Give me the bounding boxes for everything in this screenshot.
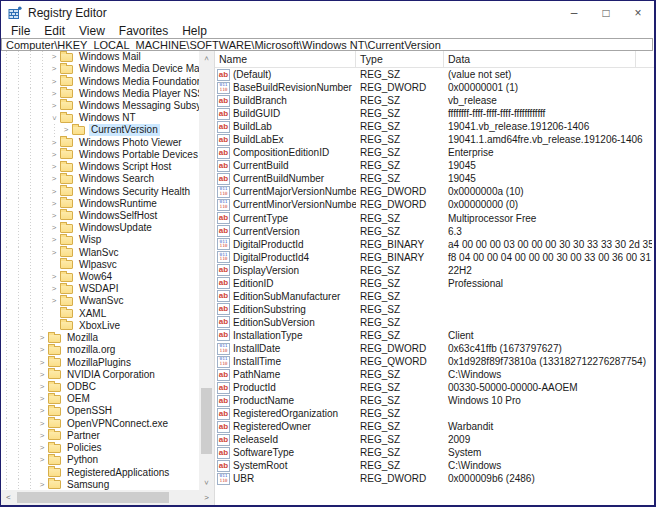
- tree-item-policies[interactable]: >Policies: [1, 442, 199, 454]
- tree-item-wow64[interactable]: >Wow64: [1, 271, 199, 283]
- horizontal-scrollbar-thumb[interactable]: [17, 492, 169, 503]
- tree-item-wisp[interactable]: >Wisp: [1, 234, 199, 246]
- scroll-down-icon[interactable]: >: [199, 475, 214, 490]
- menu-edit[interactable]: Edit: [37, 24, 72, 38]
- chevron-collapsed-icon[interactable]: >: [37, 371, 47, 379]
- registry-value-row[interactable]: abCompositionEditionIDREG_SZEnterprise: [215, 146, 654, 159]
- registry-value-row[interactable]: abEditionSubVersionREG_SZ: [215, 316, 654, 329]
- registry-value-row[interactable]: abCurrentVersionREG_SZ6.3: [215, 225, 654, 238]
- column-header-data[interactable]: Data: [444, 51, 636, 67]
- tree-item-windows-mail[interactable]: >Windows Mail: [1, 51, 199, 63]
- tree-item-wsdapi[interactable]: >WSDAPI: [1, 283, 199, 295]
- tree-item-nvidia-corporation[interactable]: >NVIDIA Corporation: [1, 369, 199, 381]
- column-header-name[interactable]: Name: [215, 51, 356, 67]
- tree-item-windows-media-foundation[interactable]: >Windows Media Foundation: [1, 75, 199, 87]
- chevron-collapsed-icon[interactable]: >: [37, 346, 47, 354]
- tree-item-oem[interactable]: >OEM: [1, 393, 199, 405]
- tree-item-xaml[interactable]: XAML: [1, 308, 199, 320]
- registry-value-row[interactable]: abProductIdREG_SZ00330-50000-00000-AAOEM: [215, 381, 654, 394]
- registry-value-row[interactable]: abInstallationTypeREG_SZClient: [215, 329, 654, 342]
- tree-item-mozillaplugins[interactable]: >MozillaPlugins: [1, 356, 199, 368]
- tree-vertical-scrollbar[interactable]: > >: [199, 51, 214, 490]
- chevron-collapsed-icon[interactable]: >: [49, 139, 59, 147]
- chevron-collapsed-icon[interactable]: >: [37, 481, 47, 489]
- registry-value-row[interactable]: 011110InstallDateREG_DWORD0x63c41ffb (16…: [215, 342, 654, 355]
- tree-item-mozilla[interactable]: >Mozilla: [1, 332, 199, 344]
- chevron-collapsed-icon[interactable]: >: [49, 175, 59, 183]
- chevron-collapsed-icon[interactable]: >: [49, 273, 59, 281]
- tree-item-windows-search[interactable]: >Windows Search: [1, 173, 199, 185]
- registry-value-row[interactable]: abBuildLabREG_SZ19041.vb_release.191206-…: [215, 120, 654, 133]
- chevron-collapsed-icon[interactable]: >: [37, 432, 47, 440]
- chevron-collapsed-icon[interactable]: >: [49, 236, 59, 244]
- registry-value-row[interactable]: abCurrentTypeREG_SZMultiprocessor Free: [215, 212, 654, 225]
- chevron-collapsed-icon[interactable]: >: [37, 359, 47, 367]
- chevron-collapsed-icon[interactable]: >: [49, 212, 59, 220]
- tree-item-partner[interactable]: >Partner: [1, 430, 199, 442]
- registry-value-row[interactable]: abEditionIDREG_SZProfessional: [215, 277, 654, 290]
- scroll-up-icon[interactable]: >: [199, 51, 214, 66]
- tree-item-odbc[interactable]: >ODBC: [1, 381, 199, 393]
- tree-item-xboxlive[interactable]: XboxLive: [1, 320, 199, 332]
- tree-item-windowsruntime[interactable]: >WindowsRuntime: [1, 198, 199, 210]
- chevron-collapsed-icon[interactable]: >: [49, 78, 59, 86]
- menu-file[interactable]: File: [4, 24, 37, 38]
- chevron-collapsed-icon[interactable]: >: [61, 126, 71, 134]
- tree-item-windows-media-player-nss[interactable]: >Windows Media Player NSS: [1, 88, 199, 100]
- chevron-collapsed-icon[interactable]: >: [49, 249, 59, 257]
- registry-value-row[interactable]: abSystemRootREG_SZC:\Windows: [215, 459, 654, 472]
- registry-value-row[interactable]: abEditionSubstringREG_SZ: [215, 303, 654, 316]
- registry-value-row[interactable]: abReleaseIdREG_SZ2009: [215, 433, 654, 446]
- registry-value-row[interactable]: abProductNameREG_SZWindows 10 Pro: [215, 394, 654, 407]
- tree-item-python[interactable]: >Python: [1, 454, 199, 466]
- minimize-button[interactable]: –: [558, 1, 590, 24]
- registry-value-row[interactable]: abEditionSubManufacturerREG_SZ: [215, 290, 654, 303]
- chevron-collapsed-icon[interactable]: >: [49, 90, 59, 98]
- tree-item-windows-media-device-manager[interactable]: >Windows Media Device Manager: [1, 63, 199, 75]
- tree-item-wlansvc[interactable]: >WlanSvc: [1, 247, 199, 259]
- address-bar-input[interactable]: [1, 38, 653, 51]
- chevron-collapsed-icon[interactable]: >: [49, 163, 59, 171]
- chevron-collapsed-icon[interactable]: >: [37, 444, 47, 452]
- registry-value-row[interactable]: 011110BaseBuildRevisionNumberREG_DWORD0x…: [215, 81, 654, 94]
- scroll-right-icon[interactable]: >: [199, 490, 214, 505]
- tree-item-windows-nt[interactable]: >Windows NT: [1, 112, 199, 124]
- chevron-collapsed-icon[interactable]: >: [49, 53, 59, 61]
- registry-value-row[interactable]: 011110DigitalProductId4REG_BINARYf8 04 0…: [215, 251, 654, 264]
- registry-value-row[interactable]: abCurrentBuildREG_SZ19045: [215, 159, 654, 172]
- registry-value-row[interactable]: 011110CurrentMinorVersionNumberREG_DWORD…: [215, 198, 654, 211]
- tree-item-wwansvc[interactable]: >WwanSvc: [1, 295, 199, 307]
- registry-value-row[interactable]: abBuildGUIDREG_SZffffffff-ffff-ffff-ffff…: [215, 107, 654, 120]
- menu-view[interactable]: View: [72, 24, 112, 38]
- chevron-collapsed-icon[interactable]: >: [49, 102, 59, 110]
- chevron-collapsed-icon[interactable]: >: [49, 297, 59, 305]
- registry-value-row[interactable]: abSoftwareTypeREG_SZSystem: [215, 446, 654, 459]
- registry-value-row[interactable]: abBuildLabExREG_SZ19041.1.amd64fre.vb_re…: [215, 133, 654, 146]
- tree-item-windows-security-health[interactable]: >Windows Security Health: [1, 185, 199, 197]
- chevron-collapsed-icon[interactable]: >: [49, 65, 59, 73]
- chevron-collapsed-icon[interactable]: >: [37, 334, 47, 342]
- registry-value-row[interactable]: ab(Default)REG_SZ(value not set): [215, 68, 654, 81]
- registry-value-row[interactable]: abBuildBranchREG_SZvb_release: [215, 94, 654, 107]
- tree-item-openvpnconnect-exe[interactable]: >OpenVPNConnect.exe: [1, 418, 199, 430]
- registry-value-row[interactable]: abRegisteredOrganizationREG_SZ: [215, 407, 654, 420]
- chevron-collapsed-icon[interactable]: >: [37, 420, 47, 428]
- chevron-expanded-icon[interactable]: >: [50, 113, 58, 123]
- tree-item-windowsupdate[interactable]: >WindowsUpdate: [1, 222, 199, 234]
- chevron-collapsed-icon[interactable]: >: [49, 285, 59, 293]
- tree-item-openssh[interactable]: >OpenSSH: [1, 405, 199, 417]
- registry-value-row[interactable]: abCurrentBuildNumberREG_SZ19045: [215, 172, 654, 185]
- tree-item-windowsselfhost[interactable]: >WindowsSelfHost: [1, 210, 199, 222]
- chevron-collapsed-icon[interactable]: >: [37, 407, 47, 415]
- registry-value-row[interactable]: abRegisteredOwnerREG_SZWarbandit: [215, 420, 654, 433]
- tree-item-windows-photo-viewer[interactable]: >Windows Photo Viewer: [1, 137, 199, 149]
- tree-item-mozilla-org[interactable]: >mozilla.org: [1, 344, 199, 356]
- menu-favorites[interactable]: Favorites: [112, 24, 175, 38]
- chevron-collapsed-icon[interactable]: >: [49, 151, 59, 159]
- chevron-collapsed-icon[interactable]: >: [49, 224, 59, 232]
- chevron-collapsed-icon[interactable]: >: [49, 188, 59, 196]
- close-button[interactable]: ×: [622, 1, 654, 24]
- registry-value-row[interactable]: 011110DigitalProductIdREG_BINARYa4 00 00…: [215, 238, 654, 251]
- tree-item-currentversion[interactable]: >CurrentVersion: [1, 124, 199, 136]
- chevron-collapsed-icon[interactable]: >: [37, 383, 47, 391]
